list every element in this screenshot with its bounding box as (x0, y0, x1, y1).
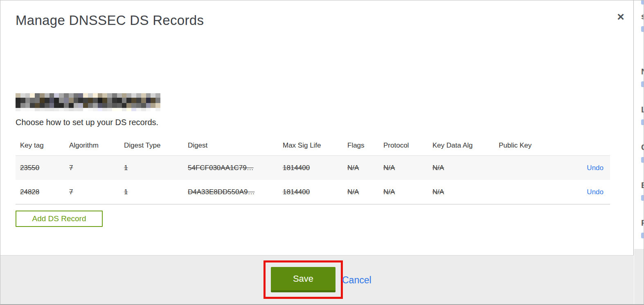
header-digest-type: Digest Type (119, 141, 183, 150)
mosaic-block (25, 98, 30, 103)
mosaic-block (136, 93, 141, 98)
background-text-fragment: P (641, 218, 644, 228)
mosaic-block (30, 108, 35, 111)
header-max-sig-life: Max Sig Life (278, 141, 343, 150)
mosaic-block (83, 93, 88, 98)
mosaic-block (155, 103, 160, 108)
dnssec-modal-page: Manage DNSSEC DS Records × Choose how to… (0, 0, 644, 305)
save-button[interactable]: Save (271, 267, 336, 292)
mosaic-block (16, 98, 20, 103)
mosaic-block (20, 103, 25, 108)
mosaic-block (155, 98, 160, 103)
mosaic-block (35, 108, 40, 111)
table-row: 24828 7 1 D4A33E8DD550A9… 1814400 N/A N/… (16, 180, 610, 204)
mosaic-block (50, 93, 54, 98)
undo-link[interactable]: Undo (575, 188, 610, 196)
mosaic-block (20, 108, 25, 111)
mosaic-block (155, 93, 160, 98)
mosaic-block (40, 103, 45, 108)
mosaic-block (30, 98, 35, 103)
mosaic-block (74, 98, 79, 103)
page-title: Manage DNSSEC DS Records (16, 13, 204, 28)
mosaic-block (151, 103, 155, 108)
mosaic-block (45, 93, 50, 98)
header-key-tag: Key tag (16, 141, 65, 150)
mosaic-block (93, 98, 98, 103)
mosaic-block (59, 108, 64, 111)
mosaic-block (93, 108, 98, 111)
mosaic-block (20, 98, 25, 103)
mosaic-block (59, 98, 64, 103)
background-link-fragment (641, 0, 644, 4)
mosaic-block (54, 108, 59, 111)
mosaic-block (107, 98, 112, 103)
background-link-fragment (641, 195, 644, 201)
mosaic-block (78, 98, 83, 103)
mosaic-block (151, 108, 155, 111)
mosaic-block (50, 98, 54, 103)
mosaic-block (88, 108, 93, 111)
mosaic-block (35, 98, 40, 103)
background-link-fragment (641, 26, 644, 32)
cell-max-sig-life: 1814400 (278, 188, 343, 196)
background-link-fragment (641, 233, 644, 238)
ds-records-table: Key tag Algorithm Digest Type Digest Max… (16, 135, 610, 204)
cell-key-tag: 23550 (16, 164, 65, 172)
mosaic-block (136, 98, 141, 103)
mosaic-block (102, 98, 107, 103)
manage-ds-records-dialog: Manage DNSSEC DS Records × Choose how to… (0, 0, 634, 305)
mosaic-block (88, 93, 93, 98)
background-text-fragment: C (641, 143, 644, 152)
mosaic-block (98, 103, 103, 108)
footer-bar: Save Cancel (0, 255, 634, 305)
mosaic-block (102, 103, 107, 108)
cell-digest-type: 1 (119, 164, 183, 172)
cell-algorithm: 7 (65, 164, 119, 172)
mosaic-block (141, 108, 146, 111)
mosaic-block (74, 103, 79, 108)
mosaic-block (50, 103, 54, 108)
mosaic-block (78, 108, 83, 111)
mosaic-block (126, 93, 131, 98)
mosaic-block (131, 103, 136, 108)
undo-link[interactable]: Undo (575, 164, 610, 172)
mosaic-block (16, 108, 20, 111)
mosaic-block (40, 93, 45, 98)
mosaic-block (35, 93, 40, 98)
mosaic-block (78, 93, 83, 98)
mosaic-block (25, 108, 30, 111)
mosaic-block (126, 103, 131, 108)
mosaic-block (64, 108, 69, 111)
background-text-fragment: s (641, 12, 644, 21)
mosaic-block (136, 103, 141, 108)
background-page-strip: s N L C E P (634, 0, 644, 305)
mosaic-block (107, 93, 112, 98)
mosaic-block (131, 108, 136, 111)
cancel-link[interactable]: Cancel (342, 256, 372, 305)
mosaic-block (117, 103, 122, 108)
mosaic-block (83, 103, 88, 108)
header-public-key: Public Key (494, 141, 575, 150)
background-text-fragment: E (641, 181, 644, 190)
close-icon[interactable]: × (612, 9, 629, 25)
mosaic-block (16, 93, 20, 98)
mosaic-block (146, 93, 151, 98)
cell-protocol: N/A (379, 188, 428, 196)
mosaic-block (54, 93, 59, 98)
mosaic-block (122, 103, 127, 108)
mosaic-block (112, 98, 117, 103)
add-ds-record-button[interactable]: Add DS Record (16, 211, 103, 227)
mosaic-block (20, 93, 25, 98)
mosaic-block (30, 93, 35, 98)
mosaic-block (98, 98, 103, 103)
mosaic-block (151, 93, 155, 98)
mosaic-block (117, 93, 122, 98)
mosaic-block (45, 108, 50, 111)
header-protocol: Protocol (379, 141, 428, 150)
cell-key-data-alg: N/A (428, 188, 494, 196)
mosaic-block (69, 93, 74, 98)
mosaic-block (112, 103, 117, 108)
background-text-fragment: N (641, 67, 644, 76)
table-row: 23550 7 1 54FCF030AA1C79… 1814400 N/A N/… (16, 155, 610, 180)
mosaic-block (35, 103, 40, 108)
